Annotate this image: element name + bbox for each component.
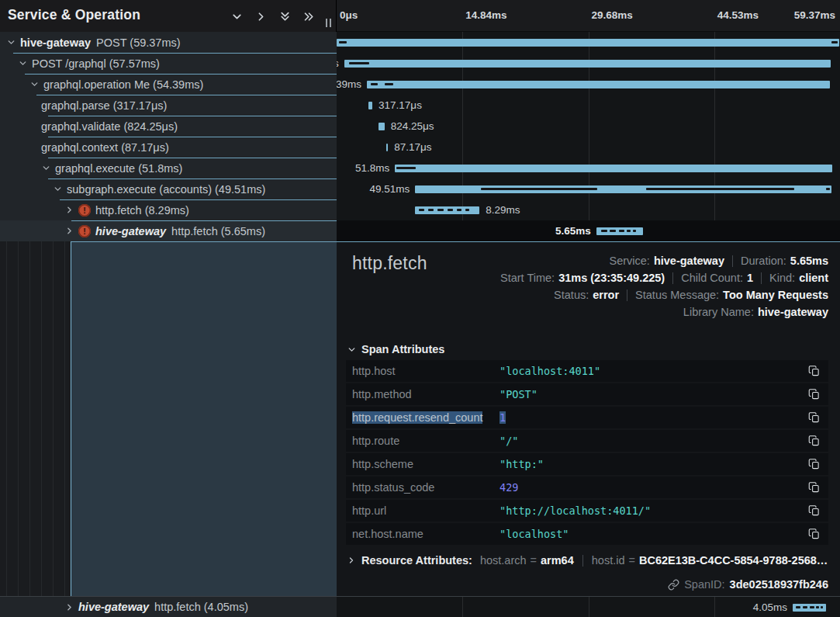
child-span-mark xyxy=(385,83,393,85)
child-span-mark xyxy=(816,606,819,608)
error-status-icon: ! xyxy=(78,204,91,217)
child-span-mark xyxy=(803,606,807,608)
child-span-mark xyxy=(349,62,369,64)
panel-resize-handle[interactable] xyxy=(326,19,331,27)
chevron-down-icon[interactable] xyxy=(18,58,29,69)
chevron-right-icon[interactable] xyxy=(64,601,75,612)
collapse-all-double-chevron-down-icon[interactable] xyxy=(276,8,293,25)
chevron-right-icon[interactable] xyxy=(64,226,75,237)
span-tree-row[interactable]: !hive-gatewayhttp.fetch (5.65ms) xyxy=(0,220,337,241)
span-meta-line: Start Time:31ms (23:35:49.225)Child Coun… xyxy=(500,272,828,284)
chevron-right-icon xyxy=(347,556,356,565)
attribute-key: net.host.name xyxy=(352,528,423,540)
span-duration-bar[interactable] xyxy=(379,123,385,130)
span-duration-bar[interactable] xyxy=(386,144,388,151)
attribute-value: "http:" xyxy=(500,458,544,470)
chevron-down-icon[interactable] xyxy=(53,184,64,195)
timeline-bar-row[interactable]: 51.8ms xyxy=(337,158,840,179)
attribute-row: net.host.name"localhost" xyxy=(346,523,828,545)
span-tree-row[interactable]: hive-gatewayhttp.fetch (4.05ms) xyxy=(0,596,337,617)
meta-label: Child Count: xyxy=(681,272,743,284)
copy-icon[interactable] xyxy=(808,458,821,470)
bar-duration-label: 5.65ms xyxy=(555,225,591,237)
copy-icon[interactable] xyxy=(808,365,821,377)
child-span-mark xyxy=(396,167,416,169)
copy-icon[interactable] xyxy=(808,411,821,424)
span-duration-bar[interactable] xyxy=(344,60,831,68)
span-service-name: hive-gateway xyxy=(95,225,166,237)
resource-attributes-row[interactable]: Resource Attributes: host.arch=arm64host… xyxy=(347,554,828,567)
span-tree-row[interactable]: graphql.validate (824.25μs) xyxy=(0,116,337,137)
child-span-mark xyxy=(419,209,424,211)
span-meta-line: Service:hive-gatewayDuration:5.65ms xyxy=(610,255,829,267)
copy-icon[interactable] xyxy=(808,435,821,447)
span-meta-item: Start Time:31ms (23:35:49.225) xyxy=(500,272,665,284)
row-underline xyxy=(48,179,337,179)
child-span-mark xyxy=(428,209,434,211)
timeline-bar-row[interactable]: 824.25μs xyxy=(337,116,840,137)
span-tree-row[interactable]: POST /graphql (57.57ms) xyxy=(0,53,337,74)
timeline-bar-row[interactable]: 87.17μs xyxy=(337,137,840,158)
copy-icon[interactable] xyxy=(808,388,821,400)
child-span-mark xyxy=(796,606,800,608)
copy-icon[interactable] xyxy=(808,481,821,494)
chevron-down-icon[interactable] xyxy=(6,37,17,48)
timeline-tick: 0μs xyxy=(340,9,358,21)
span-duration-bar[interactable] xyxy=(395,165,832,172)
span-meta: Service:hive-gatewayDuration:5.65msStart… xyxy=(500,255,828,318)
timeline-tick: 29.68ms xyxy=(592,9,633,21)
span-tree-row[interactable]: hive-gatewayPOST (59.37ms) xyxy=(0,32,337,53)
span-service-name: hive-gateway xyxy=(78,601,149,613)
span-attributes-header[interactable]: Span Attributes xyxy=(347,343,444,355)
row-underline xyxy=(60,199,337,200)
span-duration-bar[interactable] xyxy=(337,39,839,47)
meta-value: hive-gateway xyxy=(654,255,724,267)
chevron-down-icon[interactable] xyxy=(41,163,52,174)
span-detail-panel: http.fetch Service:hive-gatewayDuration:… xyxy=(337,241,840,596)
span-tree-row[interactable]: graphql.execute (51.8ms) xyxy=(0,158,337,179)
meta-label: Duration: xyxy=(741,255,786,267)
timeline-bar-row[interactable]: 49.51ms xyxy=(337,179,840,199)
bar-duration-label: 49.51ms xyxy=(369,183,410,195)
timeline-bar-row[interactable]: 317.17μs xyxy=(337,95,840,116)
chevron-down-icon[interactable] xyxy=(29,79,40,90)
timeline-bar-row[interactable]: 4.05ms xyxy=(337,597,840,617)
meta-value: client xyxy=(799,272,828,284)
chevron-right-icon[interactable] xyxy=(64,205,75,216)
child-span-mark xyxy=(465,209,469,211)
timeline-tick: 59.37ms xyxy=(794,9,835,21)
span-operation-name: graphql.operation Me (54.39ms) xyxy=(43,78,203,91)
span-duration-bar[interactable] xyxy=(368,102,372,109)
span-tree-row[interactable]: subgraph.execute (accounts) (49.51ms) xyxy=(0,179,337,199)
row-underline xyxy=(48,158,337,158)
copy-icon[interactable] xyxy=(808,528,821,540)
timeline-tick: 44.53ms xyxy=(717,9,759,21)
span-duration-bar[interactable] xyxy=(367,81,830,88)
span-tree-row[interactable]: !http.fetch (8.29ms) xyxy=(0,199,337,220)
resource-attribute: host.arch=arm64 xyxy=(480,554,574,567)
timeline-bar-row[interactable] xyxy=(337,32,840,53)
attribute-key: http.url xyxy=(352,504,386,517)
timeline-bar-row[interactable]: 8.29ms xyxy=(337,199,840,220)
resource-attributes-title: Resource Attributes: xyxy=(361,554,472,567)
span-tree-row[interactable]: graphql.operation Me (54.39ms) xyxy=(0,74,337,95)
span-operation-name: POST (59.37ms) xyxy=(96,36,181,49)
row-underline xyxy=(48,137,337,137)
span-tree-row[interactable]: graphql.context (87.17μs) xyxy=(0,137,337,158)
meta-label: Start Time: xyxy=(500,272,555,284)
span-operation-name: graphql.context (87.17μs) xyxy=(41,141,169,154)
expand-one-chevron-right-icon[interactable] xyxy=(252,8,269,25)
timeline-bar-row[interactable]: 57.57ms xyxy=(337,53,840,74)
bar-duration-label: 54.39ms xyxy=(337,78,361,90)
meta-label: Service: xyxy=(610,255,650,267)
bar-duration-label: 51.8ms xyxy=(355,162,389,174)
timeline-bar-row[interactable]: 5.65ms xyxy=(337,220,840,241)
meta-value: 1 xyxy=(747,272,753,284)
attribute-value: "http://localhost:4011/" xyxy=(500,504,651,517)
span-tree-row[interactable]: graphql.parse (317.17μs) xyxy=(0,95,337,116)
timeline-bar-row[interactable]: 54.39ms xyxy=(337,74,840,95)
copy-icon[interactable] xyxy=(808,504,821,517)
collapse-one-chevron-down-icon[interactable] xyxy=(228,8,245,25)
link-icon[interactable] xyxy=(668,579,679,591)
expand-all-double-chevron-right-icon[interactable] xyxy=(300,8,317,25)
